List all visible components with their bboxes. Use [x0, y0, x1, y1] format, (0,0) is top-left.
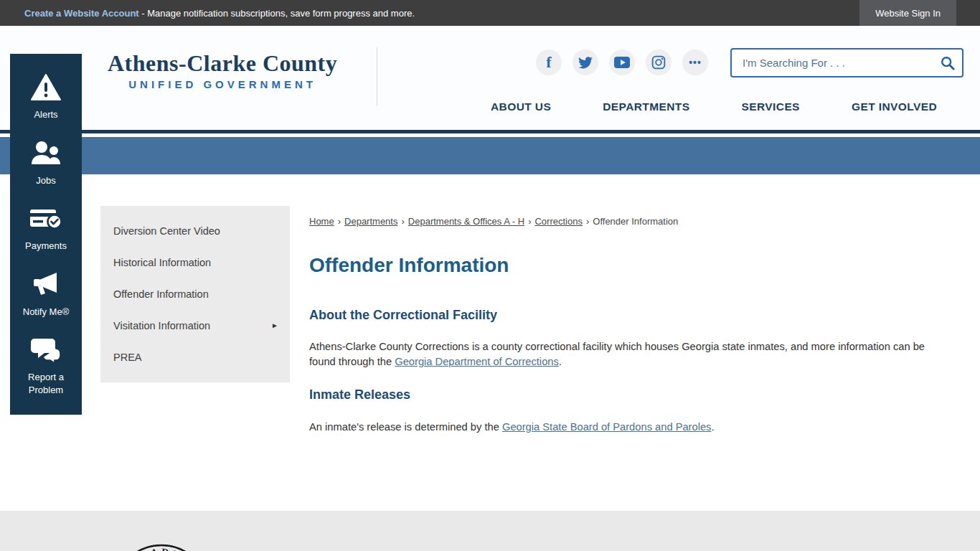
page-banner	[0, 137, 980, 174]
search-input[interactable]	[732, 57, 933, 69]
sidemenu-item-offender-information[interactable]: Offender Information	[100, 278, 290, 310]
quickbar-item-notify-me[interactable]: Notify Me®	[13, 270, 79, 319]
pardons-paroles-link[interactable]: Georgia State Board of Pardons and Parol…	[502, 421, 711, 433]
account-message: Create a Website Account - Manage notifi…	[0, 8, 415, 19]
quick-links-bar: Alerts Jobs Payments	[10, 54, 82, 415]
more-social-icon[interactable]: •••	[682, 50, 708, 75]
county-seal: CLARKE	[111, 541, 212, 551]
site-logo[interactable]: Athens-Clarke County UNIFIED GOVERNMENT	[108, 52, 337, 90]
site-search	[730, 48, 963, 77]
instagram-icon[interactable]	[646, 50, 672, 75]
header-divider	[377, 47, 377, 106]
facebook-icon[interactable]: f	[536, 50, 562, 75]
people-icon	[29, 138, 62, 169]
search-icon[interactable]	[933, 50, 962, 76]
page-title: Offender Information	[309, 254, 509, 277]
page-footer: CLARKE	[0, 511, 980, 551]
submenu-arrow-icon: ►	[271, 321, 278, 329]
quickbar-item-alerts[interactable]: Alerts	[13, 72, 79, 121]
top-utility-bar: Create a Website Account - Manage notifi…	[0, 0, 980, 26]
create-account-link[interactable]: Create a Website Account	[24, 8, 139, 19]
sidemenu-item-diversion-center-video[interactable]: Diversion Center Video	[100, 215, 290, 247]
georgia-dept-corrections-link[interactable]: Georgia Department of Corrections	[395, 356, 559, 367]
chat-bubbles-icon	[30, 335, 62, 365]
nav-departments[interactable]: DEPARTMENTS	[603, 100, 689, 113]
website-sign-in-button[interactable]: Website Sign In	[859, 0, 956, 26]
breadcrumb: Home›Departments›Departments & Offices A…	[309, 216, 678, 227]
section-heading-inmate-releases: Inmate Releases	[309, 387, 410, 402]
quickbar-item-report-a-problem[interactable]: Report a Problem	[13, 335, 79, 396]
twitter-icon[interactable]	[573, 50, 598, 75]
youtube-icon[interactable]	[609, 50, 635, 75]
sidemenu-item-historical-information[interactable]: Historical Information	[100, 247, 290, 278]
logo-title: Athens-Clarke County	[108, 52, 337, 76]
breadcrumb-current: Offender Information	[593, 216, 678, 227]
nav-services[interactable]: SERVICES	[742, 100, 800, 113]
section-side-menu: Diversion Center Video Historical Inform…	[100, 206, 290, 382]
nav-about-us[interactable]: ABOUT US	[491, 100, 551, 113]
quickbar-item-jobs[interactable]: Jobs	[13, 138, 79, 187]
quickbar-item-payments[interactable]: Payments	[13, 204, 79, 253]
logo-subtitle: UNIFIED GOVERNMENT	[108, 78, 337, 90]
breadcrumb-corrections[interactable]: Corrections	[534, 216, 582, 227]
site-header: Athens-Clarke County UNIFIED GOVERNMENT …	[0, 26, 980, 133]
breadcrumb-departments-offices[interactable]: Departments & Offices A - H	[408, 216, 524, 227]
breadcrumb-departments[interactable]: Departments	[344, 216, 397, 227]
main-navigation: ABOUT US DEPARTMENTS SERVICES GET INVOLV…	[491, 100, 937, 113]
breadcrumb-home[interactable]: Home	[309, 216, 334, 227]
sidemenu-item-prea[interactable]: PREA	[100, 342, 290, 373]
section-paragraph-inmate-releases: An inmate's release is determined by the…	[309, 420, 942, 435]
section-heading-correctional-facility: About the Correctional Facility	[309, 308, 497, 323]
megaphone-icon	[29, 270, 62, 300]
nav-get-involved[interactable]: GET INVOLVED	[852, 100, 937, 113]
alert-triangle-icon	[30, 72, 62, 103]
account-message-text: - Manage notification subscriptions, sav…	[139, 8, 415, 19]
sidemenu-item-visitation-information[interactable]: Visitation Information ►	[100, 310, 290, 342]
payment-card-icon	[29, 204, 63, 234]
section-paragraph-correctional-facility: Athens-Clarke County Corrections is a co…	[309, 339, 942, 369]
